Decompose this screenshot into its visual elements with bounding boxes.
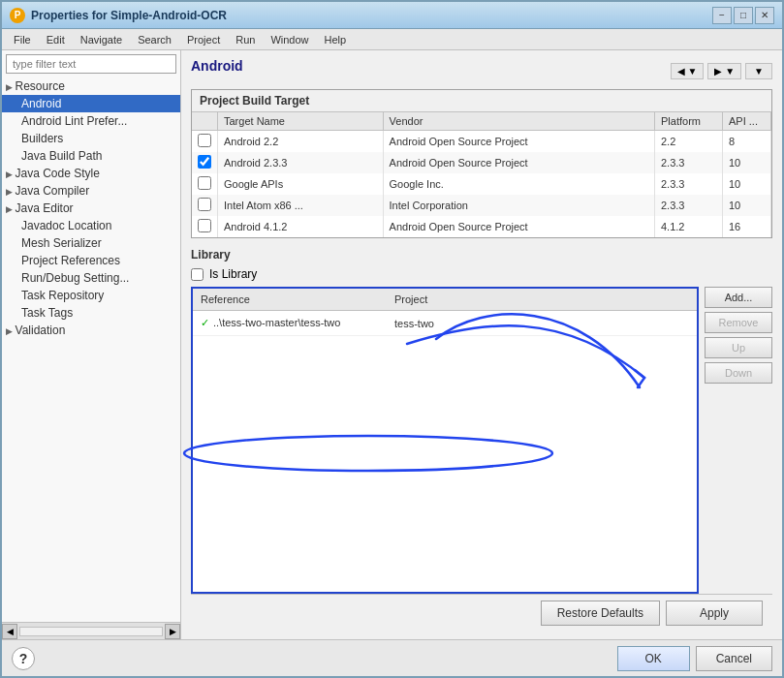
maximize-button[interactable]: □ bbox=[734, 7, 753, 24]
menu-bar: File Edit Navigate Search Project Run Wi… bbox=[2, 29, 782, 50]
menu-run[interactable]: Run bbox=[228, 32, 263, 47]
api-cell: 16 bbox=[723, 216, 771, 237]
bottom-toolbar: Restore Defaults Apply bbox=[191, 594, 772, 632]
left-panel-scrollbar[interactable]: ◀ ▶ bbox=[2, 622, 180, 639]
title-bar: P Properties for Simple-Android-OCR − □ … bbox=[2, 2, 782, 29]
target-name-cell: Android 2.2 bbox=[218, 131, 384, 153]
lib-table-header: Reference Project bbox=[193, 289, 697, 311]
add-button[interactable]: Add... bbox=[705, 287, 772, 308]
api-cell: 10 bbox=[723, 173, 771, 195]
library-buttons: Add... Remove Up Down bbox=[705, 287, 772, 594]
scroll-track[interactable] bbox=[19, 627, 163, 636]
col-vendor: Vendor bbox=[383, 112, 654, 131]
sidebar-item-javadoc[interactable]: Javadoc Location bbox=[2, 217, 180, 234]
nav-menu-button[interactable]: ▼ bbox=[745, 63, 772, 79]
sidebar-item-project-references[interactable]: Project References bbox=[2, 252, 180, 269]
sidebar-item-java-editor[interactable]: Java Editor bbox=[2, 200, 180, 217]
help-button[interactable]: ? bbox=[12, 647, 35, 670]
build-target-title: Project Build Target bbox=[192, 90, 771, 112]
vendor-cell: Google Inc. bbox=[383, 173, 654, 195]
minimize-button[interactable]: − bbox=[712, 7, 732, 24]
build-target-table: Target Name Vendor Platform API ... Andr… bbox=[192, 112, 771, 237]
table-row[interactable]: Android 4.1.2 Android Open Source Projec… bbox=[192, 216, 771, 237]
table-row[interactable]: Google APIs Google Inc. 2.3.3 10 bbox=[192, 173, 771, 195]
col-platform: Platform bbox=[655, 112, 723, 131]
close-button[interactable]: ✕ bbox=[755, 7, 774, 24]
down-button[interactable]: Down bbox=[705, 362, 772, 384]
sidebar-item-android[interactable]: Android bbox=[2, 95, 180, 112]
api-cell: 10 bbox=[723, 195, 771, 216]
sidebar-item-task-tags[interactable]: Task Tags bbox=[2, 304, 180, 322]
platform-cell: 2.3.3 bbox=[655, 195, 723, 216]
title-bar-buttons: − □ ✕ bbox=[712, 7, 774, 24]
cancel-button[interactable]: Cancel bbox=[696, 646, 772, 671]
menu-file[interactable]: File bbox=[6, 32, 39, 47]
footer-buttons: OK Cancel bbox=[617, 646, 772, 671]
col-target-name: Target Name bbox=[218, 112, 384, 131]
row-checkbox-0[interactable] bbox=[198, 134, 211, 147]
table-row[interactable]: Android 2.3.3 Android Open Source Projec… bbox=[192, 152, 771, 173]
up-button[interactable]: Up bbox=[705, 337, 772, 358]
api-cell: 10 bbox=[723, 152, 771, 173]
nav-forward-button[interactable]: ▶ ▼ bbox=[707, 63, 741, 79]
right-panel: Android ◀ ▼ ▶ ▼ ▼ Project Build Target T… bbox=[181, 50, 782, 639]
list-item[interactable]: ✓..\tess-two-master\tess-two tess-two bbox=[193, 311, 697, 336]
menu-search[interactable]: Search bbox=[130, 32, 179, 47]
row-checkbox-3[interactable] bbox=[198, 198, 211, 211]
api-cell: 8 bbox=[723, 131, 771, 153]
library-table-box: Reference Project ✓..\tess-two-master\te… bbox=[191, 287, 699, 594]
platform-cell: 2.3.3 bbox=[655, 173, 723, 195]
platform-cell: 4.1.2 bbox=[655, 216, 723, 237]
target-name-cell: Intel Atom x86 ... bbox=[218, 195, 384, 216]
sidebar-item-java-compiler[interactable]: Java Compiler bbox=[2, 182, 180, 200]
row-checkbox-4[interactable] bbox=[198, 219, 211, 232]
scroll-left-btn[interactable]: ◀ bbox=[2, 624, 17, 639]
sidebar-item-android-lint[interactable]: Android Lint Prefer... bbox=[2, 112, 180, 130]
row-checkbox-1[interactable] bbox=[198, 155, 211, 169]
menu-navigate[interactable]: Navigate bbox=[73, 32, 130, 47]
nav-back-button[interactable]: ◀ ▼ bbox=[671, 63, 705, 79]
vendor-cell: Android Open Source Project bbox=[383, 131, 654, 153]
col-api: API ... bbox=[723, 112, 771, 131]
target-name-cell: Android 2.3.3 bbox=[218, 152, 384, 173]
menu-edit[interactable]: Edit bbox=[39, 32, 73, 47]
build-target-section: Project Build Target Target Name Vendor … bbox=[191, 89, 772, 238]
filter-input[interactable] bbox=[6, 54, 176, 74]
vendor-cell: Intel Corporation bbox=[383, 195, 654, 216]
table-row[interactable]: Android 2.2 Android Open Source Project … bbox=[192, 131, 771, 153]
target-name-cell: Google APIs bbox=[218, 173, 384, 195]
sidebar-item-java-code-style[interactable]: Java Code Style bbox=[2, 165, 180, 182]
menu-help[interactable]: Help bbox=[317, 32, 355, 47]
restore-defaults-button[interactable]: Restore Defaults bbox=[541, 601, 660, 626]
ok-button[interactable]: OK bbox=[617, 646, 690, 671]
remove-button[interactable]: Remove bbox=[705, 312, 772, 333]
target-name-cell: Android 4.1.2 bbox=[218, 216, 384, 237]
apply-button[interactable]: Apply bbox=[666, 601, 763, 626]
table-row[interactable]: Intel Atom x86 ... Intel Corporation 2.3… bbox=[192, 195, 771, 216]
is-library-checkbox[interactable] bbox=[191, 268, 204, 281]
is-library-row: Is Library bbox=[191, 267, 772, 281]
sidebar-item-validation[interactable]: Validation bbox=[2, 322, 180, 339]
lib-ref-cell: ✓..\tess-two-master\tess-two bbox=[193, 315, 387, 331]
window-title: Properties for Simple-Android-OCR bbox=[31, 9, 712, 22]
vendor-cell: Android Open Source Project bbox=[383, 152, 654, 173]
library-content: Reference Project ✓..\tess-two-master\te… bbox=[191, 287, 772, 594]
lib-rows: ✓..\tess-two-master\tess-two tess-two bbox=[193, 311, 697, 336]
scroll-right-btn[interactable]: ▶ bbox=[165, 624, 180, 639]
vendor-cell: Android Open Source Project bbox=[383, 216, 654, 237]
lib-proj-col: Project bbox=[387, 292, 435, 307]
menu-window[interactable]: Window bbox=[263, 32, 316, 47]
valid-icon: ✓ bbox=[201, 317, 209, 328]
tree-container: Resource Android Android Lint Prefer... … bbox=[2, 77, 180, 622]
platform-cell: 2.3.3 bbox=[655, 152, 723, 173]
library-section: Library Is Library Reference Project bbox=[191, 248, 772, 594]
menu-project[interactable]: Project bbox=[179, 32, 228, 47]
sidebar-item-run-debug[interactable]: Run/Debug Setting... bbox=[2, 269, 180, 287]
col-check bbox=[192, 112, 218, 131]
sidebar-item-builders[interactable]: Builders bbox=[2, 130, 180, 147]
sidebar-item-mesh[interactable]: Mesh Serializer bbox=[2, 234, 180, 252]
row-checkbox-2[interactable] bbox=[198, 176, 211, 190]
sidebar-item-task-repository[interactable]: Task Repository bbox=[2, 287, 180, 304]
sidebar-item-java-build-path[interactable]: Java Build Path bbox=[2, 147, 180, 165]
sidebar-item-resource[interactable]: Resource bbox=[2, 77, 180, 95]
